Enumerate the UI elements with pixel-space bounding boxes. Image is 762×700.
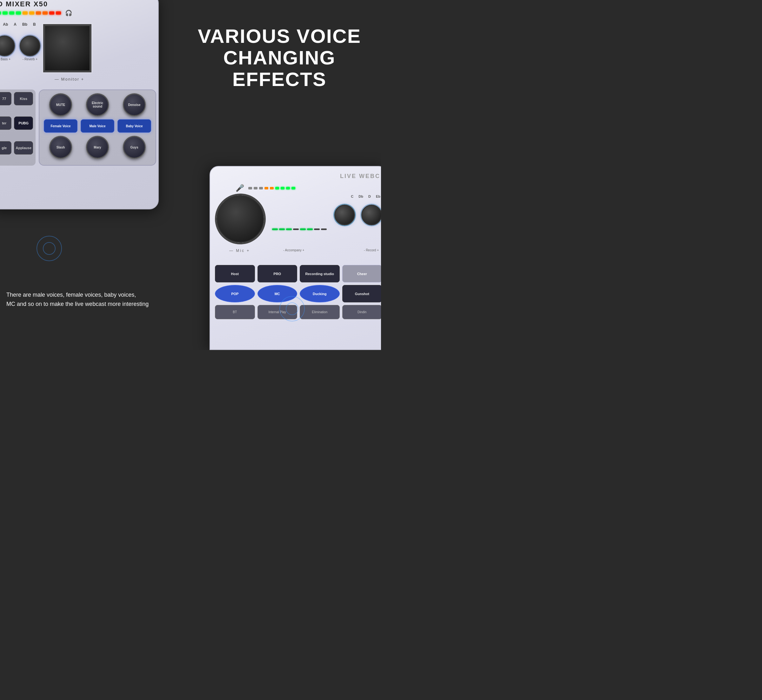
bass-knob[interactable] <box>0 36 15 56</box>
reverb-label: - Reverb + <box>22 58 38 61</box>
elimination-button[interactable]: Elimination <box>300 305 340 319</box>
reverb-knob-group: - Reverb + <box>20 36 40 61</box>
right-device-title: LIVE WEBC <box>340 173 380 180</box>
record-knob-group <box>361 205 381 225</box>
button-section: 77 Kiss ter PUBG gle Applause MUTE Elect… <box>0 86 159 169</box>
mary-button[interactable]: Mary <box>86 136 109 159</box>
dindin-button[interactable]: Dindin <box>342 305 381 319</box>
led-8 <box>42 11 48 15</box>
female-voice-button[interactable]: Female Voice <box>44 119 77 133</box>
mic-icon: 🎤 <box>236 184 244 192</box>
bottom-text-line1: There are male voices, female voices, ba… <box>6 291 149 300</box>
key-led-c <box>272 228 278 230</box>
record-knob[interactable] <box>361 205 381 225</box>
accompany-knob-group <box>334 205 355 225</box>
key-led-c2 <box>279 228 285 230</box>
key-led-eb2 <box>321 228 327 230</box>
pad-kiss[interactable]: Kiss <box>14 92 33 105</box>
headphone-icon: 🎧 <box>65 9 72 17</box>
right-device-container: LIVE WEBC 🎤 C Db D Eb <box>210 166 381 350</box>
right-led-9 <box>291 187 295 189</box>
host-button[interactable]: Host <box>215 265 255 283</box>
right-key-Eb: Eb <box>376 195 380 198</box>
led-5 <box>22 11 28 15</box>
electric-sound-button[interactable]: Electric sound <box>86 93 109 116</box>
bass-label: - Bass + <box>0 58 11 61</box>
right-key-D: D <box>368 195 371 198</box>
device-title: D MIXER X50 <box>0 0 48 8</box>
knobs-area: - Bass + - Reverb + <box>0 26 89 70</box>
pad-ter[interactable]: ter <box>0 116 11 130</box>
right-led-1 <box>248 187 252 189</box>
vu-meter: 🎧 <box>0 9 72 17</box>
right-vu-meter: 🎤 <box>236 184 295 192</box>
effects-section: MUTE Electric sound Denoise Female Voice… <box>39 89 156 166</box>
monitor-knob-group <box>45 26 89 70</box>
ducking-button[interactable]: Ducking <box>300 285 340 302</box>
right-led-4 <box>264 187 268 189</box>
right-led-5 <box>270 187 274 189</box>
led-4 <box>16 11 21 15</box>
effects-row-2: Female Voice Male Voice Baby Voice <box>44 119 151 133</box>
pad-section: 77 Kiss ter PUBG gle Applause <box>0 89 36 166</box>
pad-pubg[interactable]: PUBG <box>14 116 33 130</box>
led-2 <box>3 11 8 15</box>
mixer-device: D MIXER X50 🎧 G Ab A Bb B <box>0 0 159 209</box>
right-mic-knob[interactable] <box>216 195 264 243</box>
pro-button[interactable]: PRO <box>258 265 297 283</box>
effects-row-1: MUTE Electric sound Denoise <box>44 93 151 116</box>
right-led-8 <box>286 187 290 189</box>
key-led-d2 <box>307 228 313 230</box>
bt-button[interactable]: BT <box>215 305 255 319</box>
headline-line1: VARIOUS VOICE <box>187 25 371 47</box>
reverb-knob[interactable] <box>20 36 40 56</box>
led-3 <box>9 11 14 15</box>
left-panel: D MIXER X50 🎧 G Ab A Bb B <box>0 0 178 222</box>
right-knob-group <box>216 195 264 243</box>
pad-gle[interactable]: gle <box>0 141 11 155</box>
key-led-db2 <box>293 228 299 230</box>
pop-button[interactable]: POP <box>215 285 255 302</box>
key-led-eb <box>314 228 320 230</box>
headline-line2: CHANGING EFFECTS <box>187 47 371 90</box>
right-small-knobs <box>334 205 381 225</box>
cheer-button[interactable]: Cheer <box>342 265 381 283</box>
right-key-labels: C Db D Eb <box>351 195 380 198</box>
gunshot-button[interactable]: Gunshot <box>342 285 381 302</box>
right-btn-row1: Host PRO Recording studio Cheer <box>215 265 381 283</box>
headline-area: VARIOUS VOICE CHANGING EFFECTS <box>187 25 371 91</box>
right-led-3 <box>259 187 263 189</box>
monitor-knob[interactable] <box>45 26 89 70</box>
right-mic-label: — Mic + <box>229 248 250 253</box>
right-key-leds <box>272 228 327 230</box>
led-9 <box>49 11 54 15</box>
bottom-text-line2: MC and so on to make the live webcast mo… <box>6 300 149 309</box>
key-led-d <box>300 228 306 230</box>
slash-button[interactable]: Slash <box>49 136 72 159</box>
right-key-Db: Db <box>358 195 363 198</box>
accompany-knob[interactable] <box>334 205 355 225</box>
bottom-text: There are male voices, female voices, ba… <box>6 291 149 309</box>
key-led-db <box>286 228 292 230</box>
right-led-2 <box>253 187 258 189</box>
monitor-label: — Monitor + <box>55 77 84 81</box>
baby-voice-button[interactable]: Baby Voice <box>117 119 151 133</box>
recording-studio-button[interactable]: Recording studio <box>300 265 340 283</box>
led-7 <box>36 11 41 15</box>
right-record-label: - Record + <box>364 248 379 252</box>
led-10 <box>56 11 61 15</box>
male-voice-button[interactable]: Male Voice <box>81 119 114 133</box>
pad-applause[interactable]: Applause <box>14 141 33 155</box>
denoise-button[interactable]: Denoise <box>123 93 146 116</box>
right-key-C: C <box>351 195 354 198</box>
led-1 <box>0 11 1 15</box>
effects-row-3: Slash Mary Guys <box>44 136 151 159</box>
pad-77[interactable]: 77 <box>0 92 11 105</box>
right-led-6 <box>275 187 279 189</box>
mute-button[interactable]: MUTE <box>49 93 72 116</box>
ripple-circle-2-inner <box>286 302 299 315</box>
guys-button[interactable]: Guys <box>123 136 146 159</box>
right-device: LIVE WEBC 🎤 C Db D Eb <box>210 166 381 350</box>
ripple-circle-1-inner <box>43 242 56 255</box>
led-6 <box>29 11 34 15</box>
